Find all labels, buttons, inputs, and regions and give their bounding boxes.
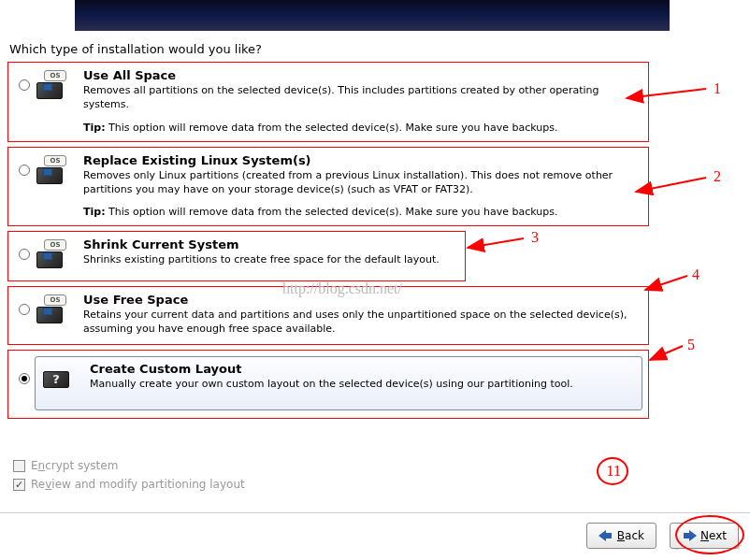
option-use-free-space[interactable]: OS Use Free Space Retains your current d…	[7, 286, 649, 345]
option-desc: Manually create your own custom layout o…	[90, 378, 636, 392]
checkbox-checked-icon	[13, 479, 25, 491]
option-desc: Shrinks existing partitions to create fr…	[83, 253, 459, 267]
option-desc: Removes all partitions on the selected d…	[83, 84, 642, 112]
next-button[interactable]: Next	[670, 523, 739, 549]
radio-shrink[interactable]	[19, 249, 30, 260]
checkbox-encrypt-system: Encrypt system	[13, 459, 245, 472]
header-banner	[75, 0, 670, 31]
question-label: Which type of installation would you lik…	[9, 42, 262, 56]
arrow-right-icon	[682, 530, 697, 541]
option-replace-linux[interactable]: OS Replace Existing Linux System(s) Remo…	[7, 147, 649, 227]
disk-question-icon: ?	[41, 362, 82, 405]
annotation-11: 11	[607, 463, 621, 480]
disk-os-icon: OS	[35, 293, 76, 328]
option-tip: Tip: This option will remove data from t…	[83, 206, 642, 218]
option-desc: Retains your current data and partitions…	[83, 309, 642, 337]
option-shrink[interactable]: OS Shrink Current System Shrinks existin…	[7, 231, 466, 281]
option-custom-layout[interactable]: ? Create Custom Layout Manually create y…	[7, 350, 649, 419]
footer-separator	[0, 512, 750, 513]
arrow-left-icon	[599, 530, 613, 541]
disk-os-icon: OS	[35, 237, 76, 273]
disk-os-icon: OS	[35, 153, 76, 189]
radio-replace-linux[interactable]	[19, 165, 30, 176]
checkbox-icon	[13, 460, 25, 472]
option-desc: Removes only Linux partitions (created f…	[83, 169, 642, 197]
option-use-all-space[interactable]: OS Use All Space Removes all partitions …	[7, 62, 649, 142]
svg-line-4	[645, 276, 687, 290]
checkbox-group: Encrypt system Review and modify partiti…	[13, 459, 245, 496]
annotation-1: 1	[714, 80, 721, 97]
radio-use-all-space[interactable]	[19, 79, 30, 91]
option-tip: Tip: This option will remove data from t…	[83, 122, 642, 134]
option-title: Use Free Space	[83, 293, 642, 307]
option-title: Use All Space	[83, 68, 642, 82]
checkbox-review-partitioning: Review and modify partitioning layout	[13, 478, 245, 491]
radio-custom-layout[interactable]	[19, 373, 30, 384]
annotation-circle-11	[597, 457, 628, 485]
radio-use-free-space[interactable]	[19, 304, 30, 315]
disk-os-icon: OS	[35, 68, 76, 104]
annotation-5: 5	[687, 337, 695, 353]
annotation-2: 2	[714, 168, 721, 185]
options-container: OS Use All Space Removes all partitions …	[7, 62, 649, 424]
annotation-4: 4	[692, 266, 700, 283]
option-title: Replace Existing Linux System(s)	[83, 153, 642, 167]
back-button[interactable]: Back	[586, 523, 656, 549]
svg-line-5	[650, 346, 683, 360]
option-title: Shrink Current System	[83, 237, 459, 251]
option-title: Create Custom Layout	[90, 362, 636, 376]
